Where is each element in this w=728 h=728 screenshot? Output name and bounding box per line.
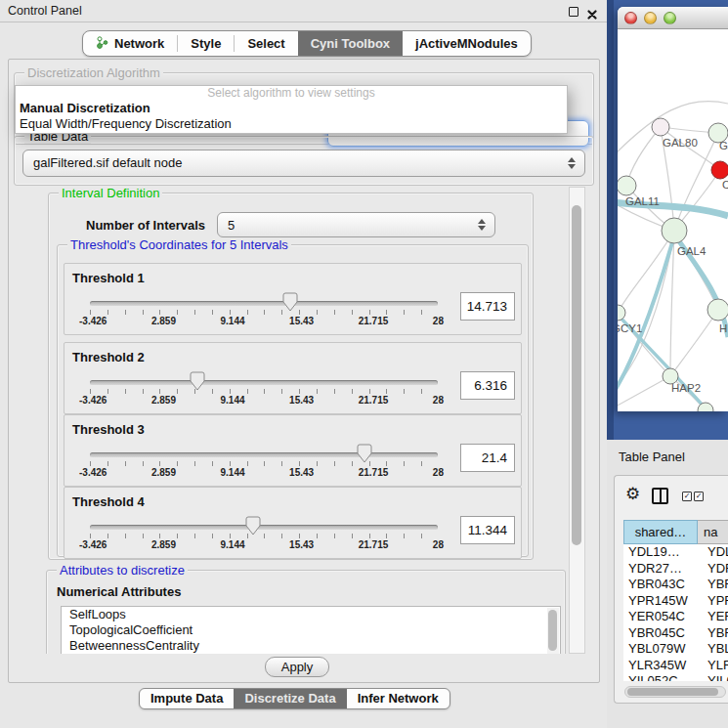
- table-body: YDL19…YDL19 YDR27…YDR27 YBR043CYBR043C Y…: [623, 544, 728, 681]
- slider-ticks: [90, 389, 439, 394]
- select-columns-checkboxes-icon[interactable]: ✓ ✓: [682, 492, 704, 501]
- thresholds-group-title: Threshold's Coordinates for 5 Intervals: [67, 237, 291, 252]
- node-label: GA: [719, 140, 728, 151]
- node-label: GCY1: [618, 322, 642, 334]
- table-row[interactable]: YER054CYER054C: [623, 609, 728, 625]
- slider-track[interactable]: [90, 452, 438, 457]
- threshold-3-value-field[interactable]: 21.4: [460, 444, 515, 472]
- tab-impute-data[interactable]: Impute Data: [140, 689, 234, 708]
- slider-thumb[interactable]: [282, 292, 298, 312]
- node-label: GAL80: [663, 137, 698, 149]
- threshold-2-box: Threshold 2 -3.4262.8599.14415.4321.7152…: [64, 342, 522, 414]
- network-node: [618, 305, 625, 321]
- table-row[interactable]: YBL079WYBL079W: [623, 641, 728, 658]
- numerical-attributes-list: SelfLoops TopologicalCoefficient Between…: [61, 606, 561, 654]
- table-row[interactable]: YDL19…YDL19: [623, 544, 728, 561]
- network-window-titlebar[interactable]: [618, 7, 728, 29]
- slider-ticks: [90, 310, 439, 315]
- close-icon[interactable]: [587, 6, 597, 16]
- zoom-traffic-light-icon[interactable]: [664, 12, 676, 24]
- gear-icon[interactable]: ⚙: [625, 484, 640, 504]
- number-of-intervals-combobox[interactable]: 5: [217, 212, 495, 237]
- table-row[interactable]: YDR27…YDR27: [623, 561, 728, 578]
- float-window-icon[interactable]: [569, 7, 578, 17]
- threshold-4-box: Threshold 4 -3.4262.8599.14415.4321.7152…: [64, 487, 522, 559]
- tab-infer-network[interactable]: Infer Network: [347, 689, 450, 708]
- slider-ticks: [90, 534, 439, 538]
- list-item[interactable]: BetweennessCentrality: [62, 638, 560, 654]
- slider-thumb[interactable]: [357, 444, 372, 463]
- panel-title: Control Panel: [8, 4, 82, 18]
- threshold-1-value-field[interactable]: 14.713: [460, 292, 515, 321]
- network-icon: [96, 36, 108, 52]
- scrollbar-thumb[interactable]: [572, 205, 581, 545]
- bottom-tabbar: Impute Data Discretize Data Infer Networ…: [139, 688, 450, 709]
- desktop-background: GAL80 GA C GAL11 GAL4 GCY1 H HAP2: [607, 0, 728, 440]
- tab-network[interactable]: Network: [83, 31, 177, 56]
- node-label: H: [719, 322, 727, 334]
- threshold-4-value-field[interactable]: 11.344: [460, 516, 515, 544]
- list-item[interactable]: SelfLoops: [62, 607, 560, 622]
- top-tabbar: Network Style Select Cyni Toolbox jActiv…: [82, 30, 532, 57]
- node-label: GAL11: [625, 195, 660, 207]
- column-header-shared-name[interactable]: shared…: [623, 520, 698, 544]
- columns-icon[interactable]: [652, 488, 668, 504]
- slider-thumb[interactable]: [245, 516, 261, 535]
- minimize-traffic-light-icon[interactable]: [644, 12, 657, 24]
- scrollbar-thumb[interactable]: [548, 610, 557, 651]
- close-traffic-light-icon[interactable]: [624, 12, 637, 24]
- tab-select[interactable]: Select: [235, 31, 297, 56]
- network-window: GAL80 GA C GAL11 GAL4 GCY1 H HAP2: [618, 7, 728, 411]
- table-row[interactable]: YPR145WYPR145W: [623, 593, 728, 610]
- apply-button[interactable]: Apply: [265, 657, 329, 677]
- slider-thumb[interactable]: [190, 371, 205, 391]
- scrollbar-thumb[interactable]: [627, 688, 718, 696]
- node-label: C: [722, 179, 728, 191]
- list-scrollbar[interactable]: [547, 608, 559, 654]
- settings-scroll-viewport: Interval Definition Number of Intervals …: [14, 187, 568, 654]
- slider-track[interactable]: [90, 525, 438, 530]
- threshold-2-slider[interactable]: -3.4262.8599.14415.4321.71528: [90, 376, 438, 409]
- table-horizontal-scrollbar[interactable]: [624, 686, 726, 698]
- tab-cyni-toolbox[interactable]: Cyni Toolbox: [298, 31, 403, 56]
- network-canvas[interactable]: GAL80 GA C GAL11 GAL4 GCY1 H HAP2: [618, 28, 728, 411]
- column-header-name[interactable]: na: [698, 520, 728, 544]
- attributes-group: Attributes to discretize Numerical Attri…: [46, 570, 566, 654]
- table-row[interactable]: YIL052CYIL052C: [623, 673, 728, 681]
- table-row[interactable]: YLR345WYLR345W: [623, 658, 728, 674]
- checkbox-icon: ✓: [682, 492, 692, 501]
- window-shadow-strip: [607, 0, 614, 440]
- algorithm-option-equal-width[interactable]: Equal Width/Frequency Discretization: [16, 116, 567, 132]
- algorithm-option-manual[interactable]: Manual Discretization: [16, 101, 567, 116]
- algorithm-placeholder-option[interactable]: Select algorithm to view settings: [16, 86, 567, 101]
- network-node: [707, 299, 728, 321]
- threshold-3-slider[interactable]: -3.4262.8599.14415.4321.71528: [90, 449, 438, 482]
- algorithm-dropdown-popup: Select algorithm to view settings Manual…: [15, 85, 568, 134]
- slider-track[interactable]: [90, 301, 438, 306]
- panel-vertical-scrollbar[interactable]: [569, 187, 585, 654]
- tab-jactivemnodules[interactable]: jActiveMNodules: [403, 31, 531, 56]
- table-header: shared… na: [623, 520, 728, 544]
- threshold-3-box: Threshold 3 -3.4262.8599.14415.4321.7152…: [64, 414, 522, 487]
- thresholds-group: Threshold's Coordinates for 5 Intervals …: [57, 244, 529, 557]
- threshold-2-value-field[interactable]: 6.316: [460, 371, 515, 400]
- attributes-group-title: Attributes to discretize: [57, 563, 188, 578]
- threshold-4-slider[interactable]: -3.4262.8599.14415.4321.71528: [90, 521, 438, 554]
- interval-definition-group: Interval Definition Number of Intervals …: [48, 193, 534, 560]
- table-row[interactable]: YBR043CYBR043C: [623, 577, 728, 593]
- tab-style[interactable]: Style: [178, 31, 234, 56]
- combo-stepper-icon: [478, 219, 486, 231]
- slider-track[interactable]: [90, 380, 438, 385]
- table-data-combobox[interactable]: galFiltered.sif default node: [22, 150, 585, 177]
- number-of-intervals-label: Number of Intervals: [86, 218, 205, 233]
- network-node: [652, 118, 669, 136]
- threshold-1-slider[interactable]: -3.4262.8599.14415.4321.71528: [90, 297, 438, 330]
- table-data-group: Table Data galFiltered.sif default node: [14, 136, 594, 186]
- tab-network-label: Network: [114, 36, 164, 51]
- threshold-1-box: Threshold 1 -3.4262.8599.14415.4321.7152…: [64, 263, 522, 335]
- tab-discretize-data[interactable]: Discretize Data: [234, 689, 346, 708]
- interval-group-title: Interval Definition: [59, 187, 162, 200]
- algorithm-group-title: Discretization Algorithm: [24, 65, 163, 80]
- list-item[interactable]: TopologicalCoefficient: [62, 622, 560, 638]
- table-row[interactable]: YBR045CYBR045C: [623, 625, 728, 642]
